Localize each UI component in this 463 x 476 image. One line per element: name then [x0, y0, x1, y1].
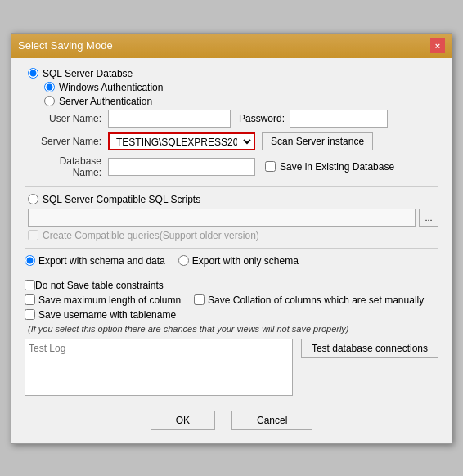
- database-name-row: Database Name: Save in Existing Database: [28, 155, 438, 178]
- sql-scripts-section: SQL Server Compatible SQL Scripts ... Cr…: [25, 194, 438, 241]
- export-options: Export with schema and data Export with …: [25, 255, 438, 291]
- sql-scripts-radio[interactable]: [28, 194, 38, 204]
- username-input[interactable]: [108, 110, 231, 128]
- divider-1: [25, 186, 438, 187]
- save-existing-checkbox[interactable]: [265, 161, 276, 172]
- sql-server-label: SQL Server Databse: [43, 68, 133, 79]
- export-only-schema-option: Export with only schema: [178, 255, 299, 267]
- no-constraints-label: Do not Save table constraints: [35, 280, 164, 291]
- checkbox-row-1: Save maximum length of column Save Colla…: [25, 294, 438, 306]
- sql-scripts-label: SQL Server Compatible SQL Scripts: [43, 194, 200, 205]
- sql-server-radio[interactable]: [28, 68, 38, 79]
- server-name-row: Server Name: TESTING\SQLEXPRESS2008 Scan…: [28, 132, 438, 150]
- dialog-title: Select Saving Mode: [18, 39, 113, 52]
- username-label: User Name:: [28, 113, 101, 124]
- server-auth-radio[interactable]: [44, 96, 55, 106]
- password-label: Password:: [239, 113, 285, 124]
- compat-checkbox[interactable]: [28, 230, 38, 240]
- export-schema-data-option: Export with schema and data: [25, 255, 165, 267]
- sql-path-input[interactable]: [28, 209, 416, 227]
- server-auth-row: Server Authentication: [44, 96, 438, 107]
- browse-button[interactable]: ...: [419, 209, 438, 227]
- dialog-body: SQL Server Databse Windows Authenticatio…: [11, 58, 452, 443]
- password-input[interactable]: [290, 110, 388, 128]
- server-name-select[interactable]: TESTING\SQLEXPRESS2008: [108, 132, 255, 150]
- export-only-schema-radio[interactable]: [178, 255, 189, 266]
- server-auth-label: Server Authentication: [59, 96, 152, 107]
- title-bar: Select Saving Mode ×: [11, 34, 452, 58]
- database-name-input[interactable]: [108, 158, 255, 176]
- test-db-button[interactable]: Test database connections: [301, 339, 438, 358]
- windows-auth-radio[interactable]: [44, 82, 55, 92]
- checkbox-row-2: Save username with tablename: [25, 309, 438, 321]
- export-schema-data-label: Export with schema and data: [38, 255, 165, 267]
- username-table-item: Save username with tablename: [25, 309, 176, 321]
- credentials-row: User Name: Password:: [28, 110, 438, 128]
- sql-scripts-radio-row: SQL Server Compatible SQL Scripts: [28, 194, 438, 205]
- no-constraints-option: Do not Save table constraints: [25, 280, 164, 291]
- export-only-schema-label: Export with only schema: [192, 255, 299, 267]
- windows-auth-label: Windows Authentication: [59, 82, 163, 93]
- windows-auth-row: Windows Authentication: [44, 82, 438, 93]
- dialog: Select Saving Mode × SQL Server Databse …: [11, 33, 452, 444]
- sql-server-radio-row: SQL Server Databse: [28, 68, 438, 79]
- max-length-checkbox[interactable]: [25, 294, 35, 305]
- button-row: OK Cancel: [25, 404, 438, 433]
- compat-label: Create Compatible queries(Support older …: [43, 230, 259, 241]
- export-schema-data-radio[interactable]: [25, 255, 35, 266]
- ok-button[interactable]: OK: [151, 411, 215, 430]
- server-name-label: Server Name:: [28, 136, 101, 147]
- collation-checkbox[interactable]: [194, 294, 205, 305]
- database-name-label: Database Name:: [28, 155, 101, 178]
- close-button[interactable]: ×: [430, 38, 445, 53]
- save-existing-row: Save in Existing Database: [265, 161, 394, 173]
- username-table-label: Save username with tablename: [38, 309, 176, 321]
- max-length-item: Save maximum length of column: [25, 294, 181, 306]
- save-existing-label: Save in Existing Database: [280, 161, 394, 173]
- divider-2: [25, 248, 438, 249]
- sql-path-row: ...: [28, 209, 438, 227]
- sql-server-section: SQL Server Databse Windows Authenticatio…: [25, 68, 438, 178]
- username-table-checkbox[interactable]: [25, 309, 35, 320]
- collation-label: Save Collation of columns which are set …: [208, 294, 424, 306]
- log-textarea[interactable]: [25, 339, 293, 396]
- no-constraints-checkbox[interactable]: [25, 280, 35, 290]
- max-length-label: Save maximum length of column: [38, 294, 181, 306]
- collation-item: Save Collation of columns which are set …: [194, 294, 424, 306]
- scan-server-button[interactable]: Scan Server instance: [262, 132, 373, 150]
- warning-text: (If you select this option there are cha…: [28, 324, 438, 334]
- cancel-button[interactable]: Cancel: [232, 411, 312, 430]
- compat-check-row: Create Compatible queries(Support older …: [28, 230, 438, 241]
- log-section: Test database connections: [25, 339, 438, 396]
